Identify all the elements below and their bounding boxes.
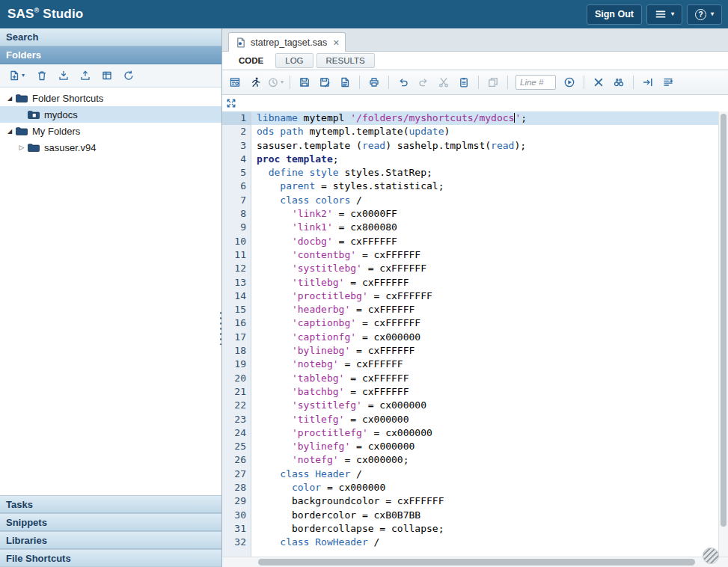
- tab-code[interactable]: CODE: [230, 54, 272, 67]
- format-code-icon: [662, 76, 674, 88]
- undo-button[interactable]: [394, 73, 413, 91]
- upload-button[interactable]: [76, 67, 95, 85]
- code-line-12: 'systitlebg' = cxFFFFFF: [251, 262, 728, 275]
- resize-grip-icon[interactable]: [703, 548, 719, 564]
- code-line-1: libname mytempl '/folders/myshortcuts/my…: [251, 111, 728, 125]
- app-title: SAS® Studio: [7, 7, 83, 22]
- line-number: 31: [222, 522, 251, 536]
- code-line-26: 'notefg' = cx000000;: [251, 453, 728, 467]
- download-button[interactable]: [54, 67, 73, 85]
- search-panel-header[interactable]: Search: [0, 28, 221, 46]
- delete-button[interactable]: [32, 67, 52, 85]
- tree-item-mydocs[interactable]: mydocs: [0, 106, 221, 123]
- clear-code-icon: [593, 76, 605, 88]
- redo-button[interactable]: [414, 73, 433, 91]
- toolbar-separator: [584, 76, 584, 89]
- print-preview-button[interactable]: [335, 73, 355, 91]
- line-number: 20: [222, 372, 251, 385]
- paste-button[interactable]: [454, 73, 474, 91]
- find-replace-button[interactable]: [609, 73, 628, 91]
- cut-button[interactable]: [434, 73, 453, 91]
- code-line-10: 'docbg' = cxFFFFFF: [251, 235, 728, 248]
- folder-icon: [15, 92, 30, 104]
- tree-item-label: sasuser.v94: [44, 142, 96, 153]
- toolbar-separator: [507, 76, 508, 89]
- code-line-29: backgroundcolor = cxFFFFFF: [251, 494, 728, 508]
- go-to-line-icon: [563, 76, 575, 88]
- view-tabs: CODELOGRESULTS: [222, 52, 728, 70]
- submission-history-button[interactable]: ▾: [266, 73, 285, 91]
- format-code-button[interactable]: [658, 73, 678, 91]
- code-pane[interactable]: libname mytempl '/folders/myshortcuts/my…: [251, 111, 728, 557]
- save-as-icon: [319, 76, 331, 88]
- sign-out-button[interactable]: Sign Out: [587, 4, 642, 25]
- program-options-button[interactable]: [225, 73, 245, 91]
- code-line-15: 'headerbg' = cxFFFFFF: [251, 303, 728, 316]
- code-line-9: 'link1' = cx800080: [251, 221, 728, 234]
- new-item-button[interactable]: ▾: [3, 67, 30, 85]
- registered-mark: ®: [34, 7, 40, 14]
- folder-tree: ◢Folder Shortcutsmydocs◢My Folders▷sasus…: [0, 88, 221, 495]
- line-number: 27: [222, 468, 251, 481]
- toolbar-separator: [359, 76, 360, 89]
- line-number: 23: [222, 413, 251, 426]
- tree-item-folder-shortcuts[interactable]: ◢Folder Shortcuts: [0, 90, 221, 106]
- go-to-line-button[interactable]: [560, 73, 579, 91]
- folder-icon: [27, 141, 42, 153]
- help-button[interactable]: ? ▾: [687, 4, 722, 25]
- tab-results[interactable]: RESULTS: [316, 53, 375, 68]
- close-tab-icon[interactable]: ×: [333, 37, 339, 48]
- program-options-icon: [229, 76, 241, 88]
- line-number: 10: [222, 235, 251, 248]
- save-as-button[interactable]: [315, 73, 334, 91]
- line-number: 16: [222, 316, 251, 330]
- sidebar-splitter[interactable]: [218, 310, 223, 345]
- panel-libraries[interactable]: Libraries: [0, 531, 221, 549]
- refresh-button[interactable]: [119, 67, 138, 85]
- maximize-view-icon[interactable]: [225, 97, 237, 109]
- vertical-scrollbar[interactable]: [718, 111, 728, 557]
- line-number-input[interactable]: [516, 75, 556, 90]
- folders-panel-header[interactable]: Folders: [0, 46, 221, 64]
- code-line-3: sasuser.template (read) sashelp.tmplmst(…: [251, 139, 728, 153]
- paste-icon: [458, 76, 470, 88]
- indent-button[interactable]: [638, 73, 658, 91]
- panel-tasks[interactable]: Tasks: [0, 495, 221, 513]
- tree-item-my-folders[interactable]: ◢My Folders: [0, 123, 221, 139]
- tree-collapse-icon[interactable]: ◢: [4, 128, 15, 135]
- tree-item-sasuser-v94[interactable]: ▷sasuser.v94: [0, 139, 221, 156]
- panel-snippets[interactable]: Snippets: [0, 513, 221, 531]
- code-line-11: 'contentbg' = cxFFFFFF: [251, 248, 728, 262]
- line-number: 29: [222, 494, 251, 508]
- properties-button[interactable]: [97, 67, 117, 85]
- folder-icon: [27, 108, 42, 120]
- line-number: 24: [222, 426, 251, 440]
- menu-icon: [655, 8, 667, 20]
- run-button[interactable]: [245, 73, 265, 91]
- vertical-scrollbar-thumb[interactable]: [721, 114, 727, 527]
- menu-button[interactable]: ▾: [646, 4, 682, 25]
- code-editor[interactable]: 1234567891011121314151617181920212223242…: [222, 111, 728, 557]
- code-line-19: 'notebg' = cxFFFFFF: [251, 358, 728, 371]
- redo-icon: [417, 76, 429, 88]
- line-number: 19: [222, 358, 251, 371]
- clear-code-button[interactable]: [589, 73, 608, 91]
- tree-item-label: mydocs: [44, 109, 78, 120]
- copy-button[interactable]: [483, 73, 503, 91]
- document-tab-label: statrep_tagset.sas: [251, 37, 327, 48]
- panel-file-shortcuts[interactable]: File Shortcuts: [0, 549, 221, 567]
- chevron-down-icon: ▾: [22, 73, 25, 79]
- tree-expand-icon[interactable]: ▷: [16, 144, 27, 151]
- code-line-2: ods path mytempl.template(update): [251, 125, 728, 138]
- print-button[interactable]: [364, 73, 384, 91]
- submission-history-icon: [267, 76, 279, 88]
- sidebar: Search Folders ▾ ◢Folder Shortcutsmydocs…: [0, 28, 222, 567]
- line-number: 26: [222, 453, 251, 467]
- document-tab[interactable]: statrep_tagset.sas ×: [228, 32, 346, 52]
- tab-log[interactable]: LOG: [275, 53, 313, 68]
- save-button[interactable]: [295, 73, 314, 91]
- horizontal-scrollbar[interactable]: [222, 557, 728, 567]
- code-line-17: 'captionfg' = cx000000: [251, 331, 728, 344]
- horizontal-scrollbar-thumb[interactable]: [258, 559, 695, 566]
- tree-collapse-icon[interactable]: ◢: [4, 95, 15, 102]
